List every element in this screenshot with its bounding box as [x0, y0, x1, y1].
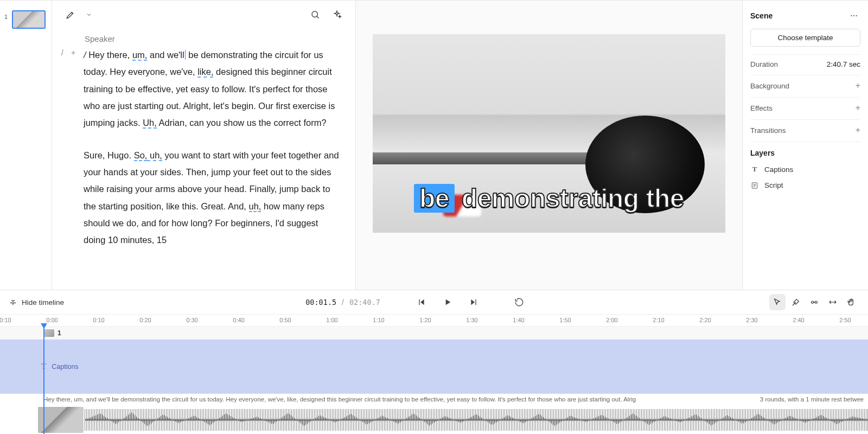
- ruler-tick: 1:50: [559, 317, 571, 323]
- collapse-icon: [9, 298, 17, 307]
- scene-track[interactable]: 1: [0, 327, 868, 340]
- ruler-tick: 0:40: [233, 317, 244, 323]
- transcript-paragraph-1[interactable]: / Hey there, um, and we'll be demonstrat…: [84, 47, 341, 132]
- search-button[interactable]: [307, 6, 324, 23]
- timeline-panel: Hide timeline 00:01.5 / 02:40.7: [0, 290, 868, 434]
- filler-word[interactable]: um,: [132, 50, 148, 61]
- ruler-tick: 2:30: [746, 317, 757, 323]
- filler-word[interactable]: uh,: [249, 201, 261, 212]
- pen-tool-button[interactable]: [62, 6, 79, 23]
- blade-icon: [792, 298, 800, 307]
- ruler-tick: 1:40: [513, 317, 524, 323]
- ruler-tick: 0:10: [93, 317, 104, 323]
- filler-word[interactable]: So,: [134, 150, 148, 161]
- hide-timeline-label: Hide timeline: [22, 298, 64, 307]
- svg-point-3: [856, 15, 857, 16]
- effects-row[interactable]: Effects +: [750, 97, 860, 118]
- script-icon: [750, 182, 759, 189]
- video-preview-panel: be demonstrating the: [356, 1, 742, 290]
- loop-button[interactable]: [510, 293, 528, 311]
- video-caption: be demonstrating the: [414, 183, 684, 213]
- ruler-tick: 1:00: [326, 317, 337, 323]
- transcript-track[interactable]: Hey there, um, and we'll be demonstratin…: [0, 394, 868, 406]
- ruler-tick: 2:50: [839, 317, 851, 323]
- blade-tool-button[interactable]: [788, 294, 804, 310]
- timeline-tracks[interactable]: 1 T Captions Hey there, um, and we'll be…: [0, 327, 868, 434]
- text-cursor: [185, 50, 186, 60]
- ruler-tick: 1:20: [419, 317, 431, 323]
- scene-chip-label: 1: [58, 329, 61, 337]
- time-separator: /: [342, 298, 344, 307]
- scene-thumbnail-number: 1: [4, 14, 10, 20]
- transitions-label: Transitions: [750, 126, 786, 135]
- ruler-tick: 0:30: [186, 317, 197, 323]
- ruler-tick: 2:40: [793, 317, 804, 323]
- add-block-button[interactable]: +: [68, 48, 78, 58]
- play-button[interactable]: [439, 293, 456, 311]
- choose-template-button[interactable]: Choose template: [750, 29, 860, 47]
- caption-highlighted-word: be: [414, 184, 455, 213]
- horizontal-arrows-icon: [828, 298, 838, 307]
- scene-thumbnail-1[interactable]: 1: [4, 10, 47, 29]
- layers-header: Layers: [750, 142, 860, 161]
- text-icon: T: [750, 165, 759, 174]
- svg-point-1: [851, 15, 852, 16]
- total-duration: 02:40.7: [349, 298, 380, 307]
- ruler-tick: 2:10: [653, 317, 664, 323]
- hand-icon: [847, 298, 856, 307]
- ruler-tick: 0:50: [279, 317, 291, 323]
- add-effects-button[interactable]: +: [856, 103, 860, 113]
- transcript-track-text-b: 3 rounds, with a 1 minute rest betwee: [749, 396, 864, 406]
- transcript-paragraph-2[interactable]: Sure, Hugo. So, uh, you want to start wi…: [84, 147, 341, 249]
- add-background-button[interactable]: +: [856, 81, 860, 91]
- audio-track[interactable]: [0, 406, 868, 434]
- sparkle-icon: [332, 10, 342, 20]
- ai-sparkle-button[interactable]: [328, 6, 346, 23]
- search-icon: [310, 10, 320, 20]
- transitions-row[interactable]: Transitions +: [750, 119, 860, 141]
- filler-word[interactable]: Uh,: [143, 118, 157, 129]
- select-tool-button[interactable]: [769, 294, 786, 310]
- playhead[interactable]: [43, 327, 44, 434]
- captions-track-label: Captions: [52, 363, 78, 371]
- svg-point-0: [312, 11, 318, 17]
- duration-row: Duration 2:40.7 sec: [750, 54, 860, 74]
- scene-thumbnail-image: [12, 10, 46, 29]
- ruler-tick: 0:20: [139, 317, 151, 323]
- cursor-icon: [773, 298, 782, 307]
- chevron-down-icon: [86, 11, 92, 18]
- play-icon: [443, 298, 452, 307]
- skip-back-button[interactable]: [413, 293, 430, 311]
- range-tool-button[interactable]: [806, 294, 822, 310]
- transcript-body[interactable]: Speaker / + / Hey there, um, and we'll b…: [52, 29, 355, 290]
- skip-forward-icon: [469, 298, 478, 307]
- skip-back-icon: [417, 298, 426, 307]
- slash-command-button[interactable]: /: [58, 48, 67, 58]
- add-transitions-button[interactable]: +: [856, 125, 860, 135]
- slash-marker: /: [84, 50, 88, 60]
- layer-script[interactable]: Script: [750, 178, 860, 193]
- video-canvas[interactable]: be demonstrating the: [373, 34, 725, 233]
- filler-word[interactable]: like,: [197, 67, 213, 78]
- skip-forward-button[interactable]: [465, 293, 482, 311]
- filler-word[interactable]: uh,: [147, 150, 162, 161]
- panel-title: Scene: [750, 11, 773, 20]
- layer-label: Captions: [764, 165, 793, 174]
- svg-point-5: [812, 301, 814, 303]
- speaker-label[interactable]: Speaker: [85, 34, 115, 43]
- background-row[interactable]: Background +: [750, 75, 860, 96]
- ruler-tick: 2:20: [699, 317, 711, 323]
- captions-track[interactable]: T Captions: [0, 340, 868, 394]
- pen-dropdown-button[interactable]: [84, 6, 94, 23]
- scene-chip[interactable]: 1: [43, 329, 61, 337]
- hand-tool-button[interactable]: [843, 294, 859, 310]
- layer-captions[interactable]: T Captions: [750, 162, 860, 177]
- more-options-button[interactable]: [847, 9, 860, 22]
- background-label: Background: [750, 82, 789, 90]
- ruler-tick: 2:00: [606, 317, 617, 323]
- waveform[interactable]: [85, 409, 868, 431]
- transcript-panel: Speaker / + / Hey there, um, and we'll b…: [52, 1, 356, 290]
- timeline-ruler[interactable]: 0:100:000:100:200:300:400:501:001:101:20…: [0, 315, 868, 327]
- slip-tool-button[interactable]: [825, 294, 841, 310]
- hide-timeline-button[interactable]: Hide timeline: [9, 298, 64, 307]
